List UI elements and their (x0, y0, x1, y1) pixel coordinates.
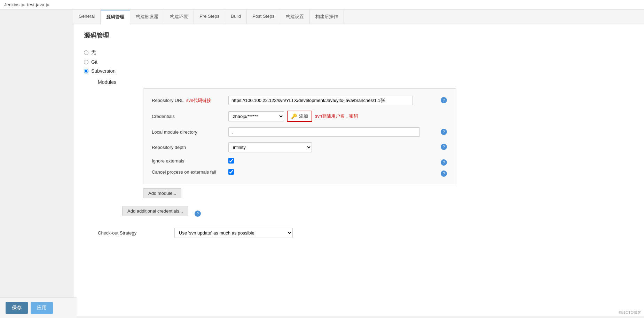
checkout-control: Use 'svn update' as much as possible (174, 228, 634, 238)
help-icon-depth[interactable]: ? (441, 144, 447, 150)
breadcrumb-jenkins[interactable]: Jenkins (4, 2, 19, 7)
repo-url-row: Repository URL svn代码链接 ? (152, 96, 448, 111)
credentials-row: Credentials zhaojp/****** 🔑 添加 (152, 111, 448, 127)
credentials-label: Credentials (152, 114, 228, 119)
credentials-help (437, 111, 448, 112)
repo-depth-select[interactable]: infinity empty files immediates (228, 142, 312, 152)
local-dir-help: ? (437, 127, 448, 135)
cancel-process-checkbox[interactable] (228, 169, 234, 175)
section-title: 源码管理 (84, 31, 634, 42)
repo-url-annotation: svn代码链接 (186, 98, 211, 103)
tab-general[interactable]: General (73, 10, 101, 24)
cancel-process-help: ? (437, 169, 448, 177)
checkout-strategy-select[interactable]: Use 'svn update' as much as possible (174, 228, 293, 238)
radio-svn: Subversion (84, 68, 634, 74)
tab-build-triggers[interactable]: 构建触发器 (130, 10, 164, 24)
left-sidebar: 保存 应用 (0, 10, 73, 316)
breadcrumb-project[interactable]: test-java (27, 2, 44, 7)
repo-depth-label: Repository depth (152, 145, 228, 150)
local-dir-row: Local module directory ? (152, 127, 448, 142)
ignore-externals-checkbox[interactable] (228, 158, 234, 164)
credentials-annotation: svn登陆用户名，密码 (315, 113, 358, 119)
breadcrumb-sep-2: ▶ (46, 2, 50, 7)
content-area: 保存 应用 General 源码管理 构建触发器 构建环境 Pre Steps … (0, 10, 644, 316)
local-dir-input[interactable] (228, 127, 420, 137)
repo-depth-row: Repository depth infinity empty files im… (152, 142, 448, 158)
radio-git: Git (84, 59, 634, 65)
checkout-label: Check-out Strategy (98, 230, 174, 236)
tab-build-env[interactable]: 构建环境 (164, 10, 194, 24)
breadcrumb-sep-1: ▶ (22, 2, 25, 7)
cancel-process-label: Cancel process on externals fail (152, 169, 228, 175)
modules-container: Repository URL svn代码链接 ? (98, 88, 634, 203)
radio-input-none[interactable] (84, 50, 88, 55)
watermark: ©51CTO博客 (619, 310, 641, 315)
main-content: 源码管理 无 Git Subversion (73, 24, 644, 316)
ignore-externals-control (228, 158, 437, 164)
save-button[interactable]: 保存 (6, 302, 28, 314)
local-dir-label: Local module directory (152, 129, 228, 135)
breadcrumb-bar: Jenkins ▶ test-java ▶ (0, 0, 644, 10)
apply-button[interactable]: 应用 (31, 302, 53, 314)
radio-label-svn: Subversion (91, 68, 116, 74)
radio-input-svn[interactable] (84, 69, 88, 73)
modules-label: Modules (98, 79, 634, 85)
local-dir-control (228, 127, 437, 137)
tab-pre-steps[interactable]: Pre Steps (194, 10, 225, 24)
radio-input-git[interactable] (84, 60, 88, 64)
radio-label-git: Git (91, 59, 97, 65)
module-box: Repository URL svn代码链接 ? (143, 88, 456, 184)
help-icon-local-dir[interactable]: ? (441, 129, 447, 135)
tab-post-build[interactable]: 构建后操作 (310, 10, 344, 24)
add-module-button[interactable]: Add module... (143, 188, 181, 198)
cancel-process-row: Cancel process on externals fail ? (152, 169, 448, 177)
radio-label-none: 无 (91, 49, 96, 56)
add-credentials-inline-button[interactable]: 🔑 添加 (287, 111, 312, 122)
credentials-select[interactable]: zhaojp/****** (228, 111, 284, 121)
repo-url-help: ? (437, 96, 448, 103)
repo-url-label: Repository URL svn代码链接 (152, 97, 228, 104)
repo-depth-control: infinity empty files immediates (228, 142, 437, 152)
checkout-strategy-section: Check-out Strategy Use 'svn update' as m… (98, 228, 634, 244)
help-icon-cancel[interactable]: ? (441, 170, 447, 177)
add-additional-credentials-button[interactable]: Add additional credentials... (122, 206, 188, 216)
radio-none: 无 (84, 49, 634, 56)
ignore-externals-help: ? (437, 158, 448, 166)
subversion-content: Modules Repository URL (98, 79, 634, 244)
ignore-externals-label: Ignore externals (152, 158, 228, 164)
help-icon-additional-creds[interactable]: ? (195, 210, 201, 217)
tab-build[interactable]: Build (225, 10, 247, 24)
repo-url-control (228, 96, 437, 105)
credentials-control: zhaojp/****** 🔑 添加 svn登陆用户名，密码 (228, 111, 437, 122)
help-icon-url[interactable]: ? (441, 97, 447, 103)
repo-depth-help: ? (437, 142, 448, 150)
checkout-row: Check-out Strategy Use 'svn update' as m… (98, 228, 634, 244)
scm-radio-group: 无 Git Subversion (84, 49, 634, 74)
ignore-externals-row: Ignore externals ? (152, 158, 448, 169)
action-buttons: 保存 应用 (0, 297, 77, 316)
tab-post-steps[interactable]: Post Steps (247, 10, 280, 24)
help-icon-ignore[interactable]: ? (441, 159, 447, 166)
cancel-process-control (228, 169, 437, 175)
main-container: 保存 应用 General 源码管理 构建触发器 构建环境 Pre Steps … (0, 10, 644, 316)
tab-bar: General 源码管理 构建触发器 构建环境 Pre Steps Build … (73, 10, 644, 24)
repo-url-input[interactable] (228, 96, 413, 105)
tab-source-control[interactable]: 源码管理 (101, 10, 130, 24)
tab-build-settings[interactable]: 构建设置 (280, 10, 310, 24)
